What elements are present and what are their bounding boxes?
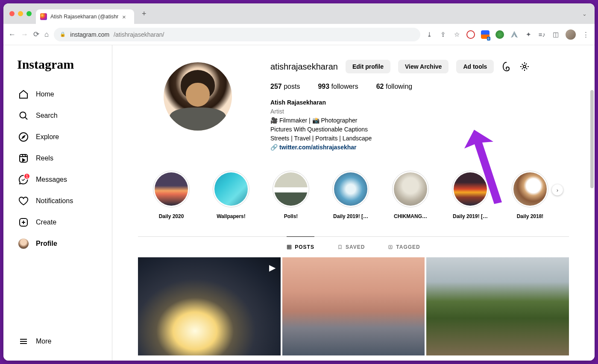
ad-tools-button[interactable]: Ad tools <box>456 60 494 73</box>
lock-icon: 🔒 <box>60 32 66 37</box>
post-thumbnail[interactable] <box>282 257 425 355</box>
nav-label: More <box>36 338 51 345</box>
svg-point-4 <box>523 65 526 68</box>
reading-list-icon[interactable]: ≡♪ <box>538 31 546 38</box>
profile-avatar-icon[interactable] <box>566 29 576 40</box>
edit-profile-button[interactable]: Edit profile <box>346 60 390 73</box>
nav-search[interactable]: Search <box>15 105 107 126</box>
bio-line: Streets | Travel | Portraits | Landscape <box>270 134 569 143</box>
extension-icon[interactable] <box>495 30 504 39</box>
nav-profile[interactable]: Profile <box>15 233 107 254</box>
reload-button[interactable]: ⟳ <box>33 30 39 39</box>
bio-name: Atish Rajasekharan <box>270 98 569 107</box>
highlight-label: Daily 2019! [… <box>333 213 368 219</box>
instagram-sidebar: Instagram Home Search Explore Reels 1 Me… <box>3 45 112 361</box>
forward-button[interactable]: → <box>21 30 28 39</box>
following-stat[interactable]: 62 following <box>376 83 413 90</box>
posts-grid: ▶ <box>138 257 569 355</box>
username: atishrajasekharan <box>270 62 338 72</box>
tabs-dropdown-icon[interactable]: ⌄ <box>582 11 587 17</box>
create-icon <box>18 217 29 228</box>
profile-main: atishrajasekharan Edit profile View Arch… <box>112 45 595 361</box>
highlight-label: Daily 2019! [… <box>453 213 488 219</box>
highlight-label: Daily 2018! <box>517 213 544 219</box>
nav-label: Messages <box>36 176 67 183</box>
nav-label: Reels <box>36 154 53 162</box>
kebab-menu-icon[interactable]: ⋮ <box>582 31 589 38</box>
tab-tagged[interactable]: Tagged <box>388 237 420 257</box>
instagram-logo[interactable]: Instagram <box>15 57 107 72</box>
svg-point-7 <box>390 246 391 247</box>
posts-stat[interactable]: 257 posts <box>270 83 300 90</box>
settings-gear-icon[interactable] <box>519 61 530 72</box>
hamburger-icon <box>18 336 29 347</box>
highlight-label: Daily 2020 <box>159 213 184 219</box>
highlight-item[interactable]: Polls! <box>270 171 311 219</box>
nav-home[interactable]: Home <box>15 84 107 105</box>
nav-label: Explore <box>36 133 59 141</box>
download-icon[interactable]: ⤓ <box>425 31 433 38</box>
browser-tabbar: Atish Rajasekharan (@atishraja × + ⌄ <box>3 3 595 24</box>
nav-label: Search <box>36 112 58 119</box>
page-content: Instagram Home Search Explore Reels 1 Me… <box>3 45 595 361</box>
close-window-button[interactable] <box>9 11 15 16</box>
back-button[interactable]: ← <box>9 30 16 39</box>
maximize-window-button[interactable] <box>26 11 32 16</box>
window-controls <box>9 11 32 16</box>
nav-notifications[interactable]: Notifications <box>15 190 107 212</box>
bookmark-star-icon[interactable]: ☆ <box>453 31 460 38</box>
extension-icon[interactable]: 6 <box>481 30 490 39</box>
svg-point-1 <box>19 133 28 141</box>
nav-more[interactable]: More <box>15 331 107 352</box>
new-tab-button[interactable]: + <box>142 9 147 18</box>
highlight-label: Polls! <box>284 213 298 219</box>
highlights-next-button[interactable]: › <box>552 184 563 195</box>
url-path: /atishrajasekharan/ <box>114 31 164 38</box>
extensions-puzzle-icon[interactable]: ✦ <box>525 31 532 38</box>
extension-icon[interactable] <box>466 30 475 39</box>
nav-explore[interactable]: Explore <box>15 126 107 148</box>
post-thumbnail[interactable] <box>426 257 569 355</box>
profile-info: atishrajasekharan Edit profile View Arch… <box>270 60 569 152</box>
close-tab-icon[interactable]: × <box>122 13 126 20</box>
profile-header: atishrajasekharan Edit profile View Arch… <box>138 60 569 152</box>
profile-picture[interactable] <box>164 62 232 131</box>
highlight-item[interactable]: Wallpapers! <box>211 171 252 219</box>
nav-label: Notifications <box>36 197 73 205</box>
reels-icon <box>18 153 29 164</box>
heart-icon <box>18 195 29 207</box>
profile-bio: Atish Rajasekharan Artist 🎥 Filmmaker | … <box>270 98 569 152</box>
sidepanel-icon[interactable]: ◫ <box>552 31 560 38</box>
nav-messages[interactable]: 1 Messages <box>15 169 107 190</box>
followers-stat[interactable]: 993 followers <box>318 83 358 90</box>
nav-label: Create <box>36 218 56 226</box>
highlight-item[interactable]: Daily 2020 <box>151 171 192 219</box>
link-icon: 🔗 <box>270 144 278 151</box>
view-archive-button[interactable]: View Archive <box>398 60 448 73</box>
minimize-window-button[interactable] <box>18 11 23 16</box>
browser-tab[interactable]: Atish Rajasekharan (@atishraja × <box>36 9 134 24</box>
highlight-item[interactable]: Daily 2019! [… <box>450 171 491 219</box>
highlight-item[interactable]: Daily 2018! <box>510 171 551 219</box>
bio-link[interactable]: twitter.com/atishrajasekhar <box>279 144 357 151</box>
highlight-item[interactable]: Daily 2019! [… <box>330 171 371 219</box>
tab-saved[interactable]: Saved <box>337 237 365 257</box>
explore-icon <box>18 131 29 143</box>
svg-rect-5 <box>287 245 291 249</box>
nav-create[interactable]: Create <box>15 212 107 233</box>
threads-icon[interactable] <box>501 61 512 72</box>
share-icon[interactable]: ⇪ <box>439 31 447 38</box>
profile-tabs: Posts Saved Tagged <box>138 236 569 257</box>
extension-icon[interactable] <box>510 30 519 39</box>
bio-line: Pictures With Questionable Captions <box>270 125 569 134</box>
home-button[interactable]: ⌂ <box>44 30 49 39</box>
bio-line: 🎥 Filmmaker | 📸 Photographer <box>270 116 569 125</box>
nav-reels[interactable]: Reels <box>15 148 107 169</box>
tab-title: Atish Rajasekharan (@atishraja <box>50 14 119 20</box>
tab-posts[interactable]: Posts <box>287 236 314 257</box>
url-domain: instagram.com <box>70 31 109 38</box>
profile-avatar-icon <box>18 238 29 249</box>
highlight-item[interactable]: CHIKMANG… <box>390 171 431 219</box>
post-thumbnail[interactable]: ▶ <box>138 257 281 355</box>
address-bar[interactable]: 🔒 instagram.com/atishrajasekharan/ <box>54 28 420 41</box>
